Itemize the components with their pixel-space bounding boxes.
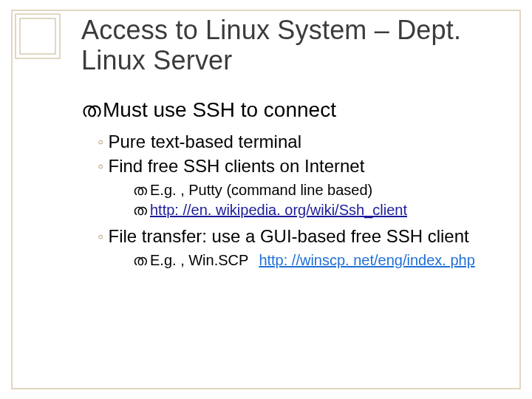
bullet-main-text: Must use SSH to connect (103, 98, 336, 121)
ring-icon: ◦ (98, 156, 104, 176)
svg-rect-2 (16, 14, 60, 58)
sub-bullet: ◦File transfer: use a GUI-based free SSH… (98, 225, 510, 270)
flourish-icon: ത (133, 252, 147, 268)
flourish-icon: ത (81, 98, 101, 121)
sub-bullet-text: Pure text-based terminal (109, 132, 301, 151)
bullet-main: തMust use SSH to connect (81, 97, 510, 123)
slide-title: Access to Linux System – Dept. Linux Ser… (81, 15, 510, 76)
sub-bullet: ◦Find free SSH clients on Internet തE.g.… (98, 154, 510, 220)
subsub-bullet: തE.g. , Win.SCPhttp: //winscp. net/eng/i… (133, 250, 510, 270)
sub-bullet-text: Find free SSH clients on Internet (109, 156, 365, 176)
svg-rect-3 (20, 18, 55, 54)
flourish-icon: ത (133, 182, 147, 198)
ring-icon: ◦ (98, 226, 104, 246)
sub-bullet-text: File transfer: use a GUI-based free SSH … (109, 226, 469, 246)
ring-icon: ◦ (98, 132, 104, 151)
subsub-text: E.g. , Putty (command line based) (150, 182, 372, 198)
sub-bullet: ◦Pure text-based terminal (98, 130, 510, 153)
subsub-text-prefix: E.g. , Win.SCP (150, 252, 248, 268)
subsub-bullet: തhttp: //en. wikipedia. org/wiki/Ssh_cli… (133, 200, 510, 220)
winscp-link[interactable]: http: //winscp. net/eng/index. php (259, 252, 474, 268)
flourish-icon: ത (133, 202, 147, 218)
svg-rect-1 (16, 14, 60, 58)
subsub-bullet: തE.g. , Putty (command line based) (133, 180, 510, 200)
wikipedia-ssh-client-link[interactable]: http: //en. wikipedia. org/wiki/Ssh_clie… (150, 202, 407, 218)
